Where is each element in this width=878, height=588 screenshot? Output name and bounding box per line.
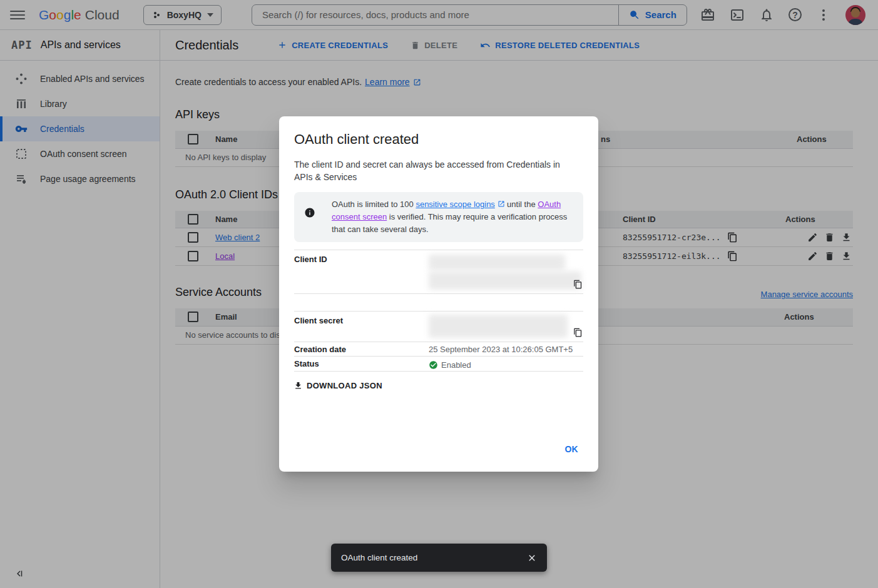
close-icon[interactable] [527, 553, 537, 563]
client-secret-label: Client secret [294, 312, 429, 342]
ok-button[interactable]: OK [559, 440, 583, 458]
creation-date-value: 25 September 2023 at 10:26:05 GMT+5 [429, 342, 583, 356]
oauth-limit-note: OAuth is limited to 100 sensitive scope … [294, 192, 583, 242]
creation-date-label: Creation date [294, 342, 429, 356]
check-circle-icon [429, 360, 438, 370]
client-secret-value-redacted [429, 312, 583, 342]
empty-row [294, 294, 583, 312]
oauth-client-created-dialog: OAuth client created The client ID and s… [279, 116, 598, 472]
copy-client-id-icon[interactable] [573, 280, 583, 289]
dialog-description: The client ID and secret can always be a… [294, 158, 569, 183]
copy-client-secret-icon[interactable] [573, 328, 583, 337]
client-details: Client ID Client secret Creation date 25… [294, 250, 583, 372]
client-id-value-redacted [429, 250, 583, 293]
redacted-client-id [429, 255, 565, 270]
redacted-client-id [429, 271, 581, 290]
download-json-button[interactable]: DOWNLOAD JSON [288, 378, 387, 393]
toast-snackbar: OAuth client created [331, 544, 547, 572]
status-label: Status [294, 357, 429, 371]
status-value: Enabled [441, 360, 471, 370]
client-id-label: Client ID [294, 250, 429, 293]
dialog-title: OAuth client created [294, 131, 583, 148]
toast-message: OAuth client created [341, 553, 417, 562]
info-icon [304, 207, 315, 218]
sensitive-scope-logins-link[interactable]: sensitive scope logins [416, 200, 494, 209]
redacted-client-secret [429, 315, 568, 338]
download-icon [294, 381, 303, 390]
external-link-icon [498, 200, 505, 208]
note-text: OAuth is limited to 100 sensitive scope … [332, 198, 568, 236]
